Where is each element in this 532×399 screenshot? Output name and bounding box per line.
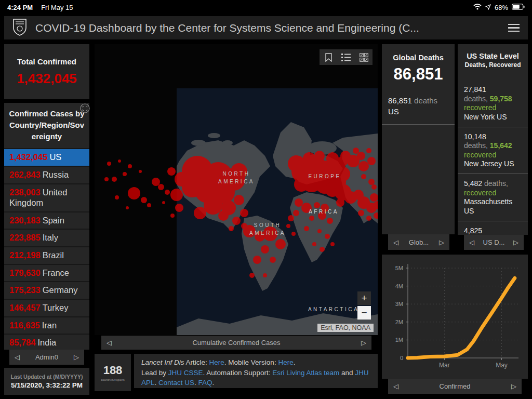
map-label: NORTH xyxy=(223,171,250,177)
legend-list-icon[interactable] xyxy=(337,49,355,65)
last-updated-label: Last Updated at (M/D/YYYY) xyxy=(11,374,83,380)
country-case-count: 212,198 xyxy=(9,250,41,260)
total-confirmed-panel: Total Confirmed 1,432,045 xyxy=(4,44,89,99)
app-header: COVID-19 Dashboard by the Center for Sys… xyxy=(4,16,528,39)
pager-right-icon[interactable]: ▷ xyxy=(439,238,444,246)
us-state-item[interactable]: 10,148deaths, 15,642recoveredNew Jersey … xyxy=(458,127,528,174)
basemap-icon[interactable] xyxy=(355,49,373,65)
us-state-subtitle: Deaths, Recovered xyxy=(458,61,528,69)
pager-right-icon[interactable]: ▷ xyxy=(361,339,366,347)
link[interactable]: Contact US xyxy=(158,379,194,387)
pager-left-icon[interactable]: ◁ xyxy=(393,382,398,390)
zoom-in-button[interactable]: + xyxy=(357,291,371,305)
country-row-spain[interactable]: 230,183Spain xyxy=(4,211,89,229)
us-deaths-pager: ◁ US D... ▷ xyxy=(464,235,524,250)
wifi-icon xyxy=(473,4,482,11)
status-bar: 4:24 PM Fri May 15 68% xyxy=(0,0,532,15)
link[interactable]: Here xyxy=(209,358,224,366)
last-updated-panel: Last Updated at (M/D/YYYY) 5/15/2020, 3:… xyxy=(4,368,89,395)
country-case-count: 116,635 xyxy=(9,321,40,330)
map-toolbar xyxy=(320,49,373,65)
map-label: EUROPE xyxy=(308,174,341,179)
last-updated-value: 5/15/2020, 3:32:22 PM xyxy=(11,381,83,389)
country-row-germany[interactable]: 175,233Germany xyxy=(4,281,89,299)
global-deaths-pager: ◁ Glob... ▷ xyxy=(388,234,449,250)
info-links-box: Lancet Inf Dis Article: Here. Mobile Ver… xyxy=(134,354,378,388)
country-row-united-kingdom[interactable]: 238,003United Kingdom xyxy=(4,183,89,211)
confirmed-trend-chart: 01M2M3M4M5MMarMay xyxy=(382,255,528,379)
country-name: Russia xyxy=(43,170,69,179)
global-deaths-panel: Global Deaths 86,851 86,851 deathsUS xyxy=(382,44,455,234)
country-row-turkey[interactable]: 146,457Turkey xyxy=(4,299,89,316)
svg-text:4M: 4M xyxy=(395,283,403,289)
svg-text:May: May xyxy=(496,362,508,369)
country-row-brazil[interactable]: 212,198Brazil xyxy=(4,246,89,264)
admin-level-label: Admin0 xyxy=(20,353,74,361)
country-case-count: 175,233 xyxy=(9,285,41,295)
country-list: 1,432,045US262,843Russia238,003United Ki… xyxy=(4,148,89,350)
map-zoom-controls: + − xyxy=(357,291,371,320)
us-state-list: 27,841deaths, 59,758recoveredNew York US… xyxy=(458,80,528,235)
map-label: AMERICA xyxy=(249,230,286,236)
expand-icon[interactable] xyxy=(80,103,90,115)
us-state-item[interactable]: 27,841deaths, 59,758recoveredNew York US xyxy=(458,80,528,127)
us-state-item[interactable]: 4,825deaths, 22,686recovered xyxy=(458,221,528,235)
clock: 4:24 PM xyxy=(7,4,33,11)
chart-pager: ◁ Confirmed ▷ xyxy=(388,379,522,394)
pager-left-icon[interactable]: ◁ xyxy=(393,238,398,246)
link[interactable]: Esri Living Atlas team xyxy=(272,369,339,377)
menu-icon[interactable] xyxy=(508,24,520,32)
country-name: US xyxy=(49,152,61,162)
us-state-item[interactable]: 5,482 deaths,recoveredMassachusetts US xyxy=(458,174,528,221)
pager-left-icon[interactable]: ◁ xyxy=(15,353,20,361)
country-name: India xyxy=(37,338,56,347)
svg-text:5M: 5M xyxy=(395,265,403,271)
countries-count-box: 188 countries/regions xyxy=(95,354,131,391)
country-row-us[interactable]: 1,432,045US xyxy=(4,148,89,166)
country-row-india[interactable]: 85,784India xyxy=(4,334,89,350)
country-row-iran[interactable]: 116,635Iran xyxy=(4,316,89,334)
pager-right-icon[interactable]: ▷ xyxy=(513,238,518,246)
zoom-out-button[interactable]: − xyxy=(357,306,371,320)
us-deaths-pager-label: US D... xyxy=(474,238,513,246)
countries-count-value: 188 xyxy=(103,364,123,377)
map-label: AMERICA xyxy=(218,179,255,184)
pager-right-icon[interactable]: ▷ xyxy=(511,382,516,390)
country-list-title: Confirmed Cases by Country/Region/Sovere… xyxy=(4,103,89,148)
map-label: AFRICA xyxy=(309,209,339,215)
svg-text:Mar: Mar xyxy=(439,362,450,369)
country-case-count: 1,432,045 xyxy=(9,152,47,162)
country-row-italy[interactable]: 223,885Italy xyxy=(4,229,89,246)
pager-left-icon[interactable]: ◁ xyxy=(107,339,112,347)
pager-right-icon[interactable]: ▷ xyxy=(74,353,79,361)
total-confirmed-value: 1,432,045 xyxy=(17,71,77,87)
country-case-count: 230,183 xyxy=(9,216,41,225)
svg-text:1M: 1M xyxy=(395,337,403,343)
country-name: Brazil xyxy=(43,250,64,260)
global-deaths-value: 86,851 xyxy=(382,65,455,84)
country-case-count: 223,885 xyxy=(9,233,41,242)
us-state-panel: US State Level Deaths, Recovered 27,841d… xyxy=(458,44,528,235)
link[interactable]: JHU CSSE xyxy=(168,369,203,377)
link[interactable]: FAQ xyxy=(198,379,212,387)
country-row-russia[interactable]: 262,843Russia xyxy=(4,166,89,183)
map-layer-pager: ◁ Cumulative Confirmed Cases ▷ xyxy=(101,336,371,350)
country-name: Italy xyxy=(43,233,58,242)
global-deaths-title: Global Deaths xyxy=(382,54,455,62)
country-row-france[interactable]: 179,630France xyxy=(4,264,89,282)
country-list-panel: Confirmed Cases by Country/Region/Sovere… xyxy=(4,103,89,350)
link[interactable]: Here xyxy=(278,358,293,366)
country-name: Iran xyxy=(42,321,57,330)
world-map[interactable]: NORTHAMERICAEUROPESOUTHAMERICAAFRICAANTA… xyxy=(95,44,378,335)
country-case-count: 262,843 xyxy=(9,170,41,179)
pager-left-icon[interactable]: ◁ xyxy=(469,238,474,246)
country-case-count: 146,457 xyxy=(9,303,41,312)
admin-level-pager: ◁ Admin0 ▷ xyxy=(9,350,84,365)
bookmark-icon[interactable] xyxy=(320,49,337,65)
jhu-shield-logo xyxy=(12,18,27,38)
country-case-count: 179,630 xyxy=(9,268,41,277)
country-name: Germany xyxy=(43,285,78,295)
global-deaths-item[interactable]: 86,851 deathsUS xyxy=(382,84,455,125)
map-label: ANTARCTICA xyxy=(308,307,359,312)
status-date: Fri May 15 xyxy=(41,4,73,11)
